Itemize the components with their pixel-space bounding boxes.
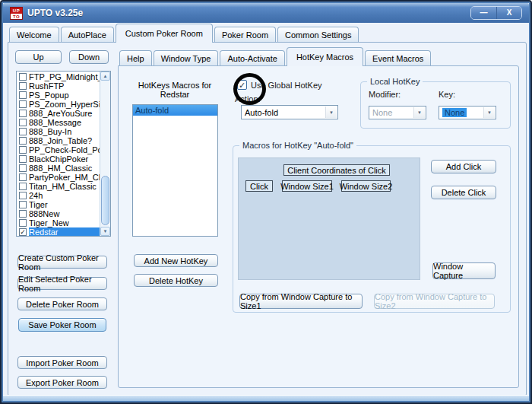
room-checkbox[interactable] <box>19 155 27 163</box>
room-checkbox[interactable] <box>19 100 27 108</box>
macros-group: Macros for HotKey "Auto-fold" Client Coo… <box>233 145 511 313</box>
room-checkbox[interactable] <box>19 82 27 90</box>
room-checkbox[interactable] <box>19 128 27 135</box>
hotkeys-list-title-line2: Redstar <box>132 90 217 99</box>
scroll-down-icon[interactable]: ▼ <box>100 227 110 236</box>
poker-room-item[interactable]: RushFTP <box>17 81 100 91</box>
delete-poker-room-button[interactable]: Delete Poker Room <box>17 297 107 310</box>
room-label: 24h <box>29 191 100 200</box>
poker-room-item[interactable]: Tiger_New <box>17 218 100 227</box>
poker-room-item[interactable]: 888_Join_Table? <box>17 136 100 145</box>
room-checkbox[interactable] <box>19 210 27 218</box>
room-label: 888_AreYouSure <box>29 109 100 118</box>
room-checkbox[interactable]: ✓ <box>19 228 27 236</box>
poker-room-item[interactable]: 24h <box>17 191 100 200</box>
tab-help[interactable]: Help <box>119 50 152 65</box>
custom-poker-room-page: Up Down FTP_PG_Midnight_F RushFTP PS_Pop… <box>8 42 527 396</box>
window-bottom-edge <box>3 395 529 401</box>
window-capture-button[interactable]: Window Capture <box>432 262 496 279</box>
room-list-scrollbar[interactable]: ▲ ▼ <box>100 72 110 236</box>
app-window: UP TO UPTO v3.25e — X Welcome AutoPlace … <box>0 0 532 404</box>
copy-capture-to-size1-button[interactable]: Copy from Window Capture to Size1 <box>239 294 363 309</box>
poker-room-list[interactable]: FTP_PG_Midnight_F RushFTP PS_Popup PS_Zo… <box>16 71 111 237</box>
room-label: Redstar <box>29 227 100 236</box>
room-checkbox[interactable] <box>19 110 27 117</box>
save-poker-room-button[interactable]: Save Poker Room <box>18 318 106 332</box>
room-checkbox[interactable] <box>19 173 27 181</box>
tab-window-type[interactable]: Window Type <box>154 50 219 65</box>
poker-room-item[interactable]: ✓ Redstar <box>17 227 100 236</box>
minimize-button[interactable]: — <box>471 7 496 19</box>
add-new-hotkey-button[interactable]: Add New HotKey <box>134 254 218 267</box>
room-checkbox[interactable] <box>19 91 27 99</box>
use-global-hotkey-checkbox[interactable]: ✓ <box>237 80 247 90</box>
action-dropdown[interactable]: Auto-fold ▼ <box>241 105 338 119</box>
main-tabstrip: Welcome AutoPlace Custom Poker Room Poke… <box>9 26 360 42</box>
action-label: Action: <box>235 94 261 103</box>
room-checkbox[interactable] <box>19 201 27 208</box>
poker-room-item[interactable]: PartyPoker_HM_Clas <box>17 173 100 182</box>
room-label: 888_HM_Classic <box>29 164 100 173</box>
down-button[interactable]: Down <box>69 50 109 64</box>
chevron-down-icon[interactable]: ▼ <box>413 107 425 118</box>
poker-room-item[interactable]: 888_Buy-In <box>17 127 100 136</box>
room-label: Tiger_New <box>29 218 100 227</box>
poker-room-item[interactable]: 888_Message <box>17 118 100 127</box>
tab-welcome[interactable]: Welcome <box>9 27 59 42</box>
scroll-up-icon[interactable]: ▲ <box>100 72 110 81</box>
room-checkbox[interactable] <box>19 73 27 81</box>
window-controls: — X <box>470 6 522 20</box>
tab-event-macros[interactable]: Event Macros <box>365 50 431 65</box>
room-checkbox[interactable] <box>19 219 27 227</box>
hotkey-list[interactable]: Auto-fold <box>132 104 218 237</box>
poker-room-item[interactable]: FTP_PG_Midnight_F <box>17 72 100 81</box>
hotkeys-list-title-line1: HotKeys Macros for <box>132 81 217 90</box>
tab-custom-poker-room[interactable]: Custom Poker Room <box>116 24 213 43</box>
poker-room-item[interactable]: Tiger <box>17 200 100 209</box>
delete-hotkey-button[interactable]: Delete HotKey <box>134 274 218 287</box>
poker-room-item[interactable]: 888New <box>17 209 100 218</box>
logo-top: UP <box>11 8 22 14</box>
import-poker-room-button[interactable]: Import Poker Room <box>17 356 107 369</box>
close-button[interactable]: X <box>496 7 521 19</box>
click-coordinates-panel <box>238 157 420 280</box>
scroll-thumb[interactable] <box>101 176 109 225</box>
room-label: 888_Buy-In <box>29 127 100 136</box>
chevron-down-icon[interactable]: ▼ <box>325 107 337 118</box>
export-poker-room-button[interactable]: Export Poker Room <box>17 376 107 389</box>
edit-selected-poker-room-button[interactable]: Edit Selected Poker Room <box>17 277 107 290</box>
poker-room-item[interactable]: PP_Check-Fold_Pop <box>17 145 100 154</box>
key-value: None <box>442 108 467 117</box>
add-click-button[interactable]: Add Click <box>431 160 496 173</box>
room-checkbox[interactable] <box>19 164 27 172</box>
key-dropdown[interactable]: None ▼ <box>439 106 496 119</box>
poker-room-item[interactable]: PS_Popup <box>17 91 100 100</box>
poker-room-item[interactable]: 888_HM_Classic <box>17 164 100 173</box>
hotkey-list-item[interactable]: Auto-fold <box>133 105 217 116</box>
copy-capture-to-size2-button[interactable]: Copy from Window Capture to Size2 <box>374 294 495 309</box>
up-button[interactable]: Up <box>15 50 62 64</box>
room-checkbox[interactable] <box>19 192 27 199</box>
chevron-down-icon[interactable]: ▼ <box>483 107 495 118</box>
room-label: FTP_PG_Midnight_F <box>29 72 100 81</box>
coordinates-table-header: Client Coordinates of Click <box>283 164 390 176</box>
room-checkbox[interactable] <box>19 146 27 154</box>
create-custom-poker-room-button[interactable]: Create Custom Poker Room <box>17 256 107 269</box>
modifier-dropdown[interactable]: None ▼ <box>369 106 426 119</box>
poker-room-item[interactable]: PS_Zoom_HyperSim <box>17 100 100 109</box>
room-label: 888_Message <box>29 118 100 127</box>
tab-hotkey-macros[interactable]: HotKey Macros <box>287 47 363 66</box>
room-checkbox[interactable] <box>19 119 27 126</box>
room-label: PS_Popup <box>29 91 100 100</box>
tab-auto-activate[interactable]: Auto-Activate <box>220 50 284 65</box>
tab-poker-room[interactable]: Poker Room <box>214 27 276 42</box>
room-checkbox[interactable] <box>19 137 27 145</box>
room-checkbox[interactable] <box>19 183 27 190</box>
tab-common-settings[interactable]: Common Settings <box>277 27 359 42</box>
tab-autoplace[interactable]: AutoPlace <box>61 27 114 42</box>
poker-room-item[interactable]: BlackChipPoker <box>17 154 100 164</box>
app-logo-icon: UP TO <box>10 7 23 20</box>
poker-room-item[interactable]: 888_AreYouSure <box>17 109 100 118</box>
delete-click-button[interactable]: Delete Click <box>431 186 496 199</box>
poker-room-item[interactable]: Titan_HM_Classic <box>17 182 100 191</box>
